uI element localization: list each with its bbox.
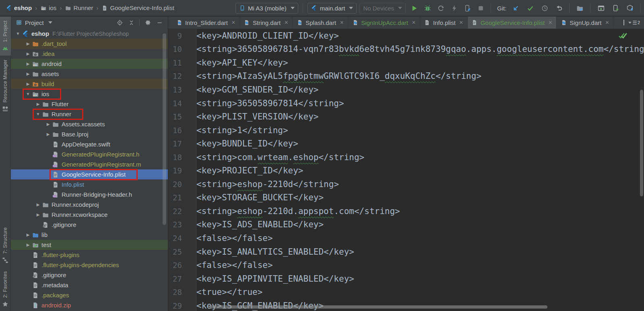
target-device-selector[interactable]: No Devices xyxy=(359,3,406,14)
tree-row-runner-bridging-header-h[interactable]: C++Runner-Bridging-Header.h xyxy=(11,189,168,200)
editor-tab-signinupacc-dart[interactable]: SignInUpAcc.dart✕ xyxy=(348,16,420,29)
collapsed-arrow-icon[interactable]: ▶ xyxy=(35,102,41,106)
tree-row-generatedpluginregistrant-m[interactable]: C++GeneratedPluginRegistrant.m xyxy=(11,159,168,169)
editor-tab-signup-dart[interactable]: SignUp.dart✕ xyxy=(557,16,613,29)
tree-row--gitignore[interactable]: .gitignore xyxy=(11,220,168,230)
tree-row-appdelegate-swift[interactable]: AppDelegate.swift xyxy=(11,139,168,149)
close-tab-icon[interactable]: ✕ xyxy=(412,20,416,25)
debug-button[interactable] xyxy=(422,2,433,14)
locate-file-button[interactable] xyxy=(116,19,123,26)
dart-icon xyxy=(244,20,250,26)
tree-row-ios[interactable]: ▼ios xyxy=(11,89,168,99)
strip-tab--structure[interactable]: 7: Structure xyxy=(0,223,11,267)
tree-row-android-zip[interactable]: android.zip xyxy=(11,300,168,310)
code-editor[interactable]: 9<key>ANDROID_CLIENT_ID</key>10<string>3… xyxy=(168,29,644,311)
tree-row-generatedpluginregistrant-h[interactable]: C++GeneratedPluginRegistrant.h xyxy=(11,149,168,159)
tree-row-eshop[interactable]: ▼eshopF:\Flutter Project\eShop\eshop xyxy=(11,29,168,39)
collapsed-arrow-icon[interactable]: ▶ xyxy=(25,243,31,247)
git-rollback-button[interactable] xyxy=(553,2,565,14)
device-selector[interactable]: Mi A3 (mobile) xyxy=(235,3,298,14)
collapse-all-button[interactable] xyxy=(128,19,135,26)
collapsed-arrow-icon[interactable]: ▶ xyxy=(45,122,52,126)
tree-row-base-lproj[interactable]: ▶Base.lproj xyxy=(11,129,168,139)
tree-row--metadata[interactable]: .metadata xyxy=(11,280,168,290)
horizontal-scrollbar[interactable] xyxy=(209,305,547,309)
collapsed-arrow-icon[interactable]: ▶ xyxy=(25,51,31,56)
profile-button[interactable] xyxy=(435,2,446,14)
tree-row-runner-xcodeproj[interactable]: ▶Runner.xcodeproj xyxy=(11,200,168,210)
tree-row--flutter-plugins-dependencies[interactable]: .flutter-plugins-dependencies xyxy=(11,260,168,270)
strip-tab-resource-manager[interactable]: Resource Manager xyxy=(0,56,11,116)
tree-row-assets[interactable]: ▶assets xyxy=(11,69,168,79)
project-panel-title[interactable]: Project xyxy=(25,19,44,26)
collapsed-arrow-icon[interactable]: ▶ xyxy=(35,212,41,217)
project-tree-scrollbar[interactable] xyxy=(163,33,166,225)
flutter-attach-button[interactable] xyxy=(462,2,473,14)
tree-row-build[interactable]: ▶build xyxy=(11,79,168,89)
expanded-arrow-icon[interactable]: ▼ xyxy=(14,31,21,36)
strip-tab--project[interactable]: 1: Project xyxy=(0,16,11,56)
run-button[interactable] xyxy=(409,2,420,14)
expanded-arrow-icon[interactable]: ▼ xyxy=(35,112,41,116)
editor-tab-info-plist[interactable]: Info.plist✕ xyxy=(420,16,468,29)
collapsed-arrow-icon[interactable]: ▶ xyxy=(25,82,31,86)
device-manager-button[interactable] xyxy=(610,2,621,14)
tree-row-googleservice-info-plist[interactable]: GoogleService-Info.plist xyxy=(11,169,168,179)
project-structure-button[interactable] xyxy=(574,2,585,14)
editor-tab-string-dart[interactable]: String.dart✕ xyxy=(240,16,293,29)
close-tab-icon[interactable]: ✕ xyxy=(340,20,344,25)
panel-settings-button[interactable] xyxy=(144,19,151,26)
tree-row--gitignore[interactable]: .gitignore xyxy=(11,270,168,280)
collapsed-arrow-icon[interactable]: ▶ xyxy=(25,62,31,66)
tree-row-info-plist[interactable]: Info.plist xyxy=(11,179,168,189)
collapsed-arrow-icon[interactable]: ▶ xyxy=(25,41,31,46)
breadcrumb-item[interactable]: ios xyxy=(40,4,56,11)
git-update-button[interactable] xyxy=(510,2,521,14)
tree-row--flutter-plugins[interactable]: .flutter-plugins xyxy=(11,250,168,260)
tree-row-content: C++GeneratedPluginRegistrant.h xyxy=(51,150,143,159)
tree-row-assets-xcassets[interactable]: ▶Assets.xcassets xyxy=(11,119,168,129)
tree-row-test[interactable]: ▶test xyxy=(11,240,168,250)
tree-row-runner[interactable]: ▼Runner xyxy=(11,109,168,119)
hidden-tabs-button[interactable]: ☰ 2 xyxy=(628,20,640,26)
inspections-ok-icon[interactable] xyxy=(618,31,627,39)
editor-tab-googleservice-info-plist[interactable]: GoogleService-Info.plist✕ xyxy=(468,16,557,29)
git-history-button[interactable] xyxy=(539,2,550,14)
tree-row--packages[interactable]: .packages xyxy=(11,290,168,300)
collapsed-arrow-icon[interactable]: ▶ xyxy=(35,202,41,207)
breadcrumb-item[interactable]: Runner xyxy=(65,4,93,11)
chevron-down-icon[interactable] xyxy=(48,21,52,24)
tree-row-flutter[interactable]: ▶Flutter xyxy=(11,99,168,109)
expanded-arrow-icon[interactable]: ▼ xyxy=(25,92,31,96)
apply-changes-button[interactable] xyxy=(448,2,460,14)
stop-button[interactable] xyxy=(475,2,486,14)
file-icon xyxy=(52,181,60,188)
run-toolwindow-button[interactable] xyxy=(595,2,607,14)
tree-row-android[interactable]: ▶android xyxy=(11,59,168,69)
vertical-scrollbar[interactable] xyxy=(640,90,643,196)
close-tab-icon[interactable]: ✕ xyxy=(284,20,288,25)
tree-row-content: .gitignore xyxy=(31,271,70,279)
breadcrumb-item[interactable]: eshop xyxy=(6,4,32,11)
editor-tab-intro-slider-dart[interactable]: Intro_Slider.dart✕ xyxy=(172,16,240,29)
git-commit-button[interactable] xyxy=(524,2,536,14)
close-tab-icon[interactable]: ✕ xyxy=(548,20,552,25)
close-tab-icon[interactable]: ✕ xyxy=(459,20,463,25)
breadcrumb-item[interactable]: GoogleService-Info.plist xyxy=(102,4,174,11)
strip-tab--favorites[interactable]: 2: Favorites xyxy=(0,267,11,311)
editor-tab-splash-dart[interactable]: Splash.dart✕ xyxy=(293,16,348,29)
close-tab-icon[interactable]: ✕ xyxy=(231,20,235,25)
hidden-tabs-count: 2 xyxy=(638,20,640,25)
code-text: <key>BUNDLE_ID</key> xyxy=(196,139,298,148)
close-tab-icon[interactable]: ✕ xyxy=(605,20,609,25)
hide-panel-button[interactable] xyxy=(156,19,163,26)
tree-row-runner-xcworkspace[interactable]: ▶Runner.xcworkspace xyxy=(11,210,168,220)
collapsed-arrow-icon[interactable]: ▶ xyxy=(25,233,31,237)
tree-row--idea[interactable]: ▶.idea xyxy=(11,49,168,59)
tree-row--dart-tool[interactable]: ▶.dart_tool xyxy=(11,39,168,49)
run-config-selector[interactable]: main.dart xyxy=(308,3,357,14)
sdk-manager-button[interactable] xyxy=(624,2,636,14)
collapsed-arrow-icon[interactable]: ▶ xyxy=(45,132,52,136)
tree-row-lib[interactable]: ▶lib xyxy=(11,230,168,240)
collapsed-arrow-icon[interactable]: ▶ xyxy=(25,72,31,76)
